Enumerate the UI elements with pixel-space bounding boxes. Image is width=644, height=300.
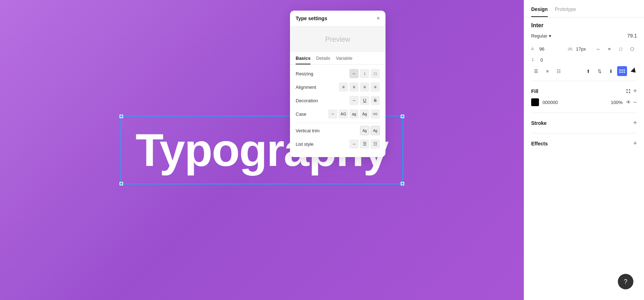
text-mid-align-icon[interactable]: ⇅ <box>594 66 604 76</box>
alignment-label: Alignment <box>296 85 324 90</box>
preview-text: Preview <box>325 35 350 44</box>
fill-visibility-icons: 👁 − <box>626 99 637 106</box>
divider-1 <box>296 123 380 123</box>
tabs-row: Basics Details Variable <box>290 52 385 65</box>
font-style-value: Regular <box>531 33 547 39</box>
resizing-label: Resizing <box>296 71 324 76</box>
tab-details[interactable]: Details <box>316 56 330 64</box>
text-align-left-icon[interactable]: ☰ <box>531 66 541 76</box>
stroke-header: Stroke + <box>531 119 637 127</box>
text-align-center-icon[interactable]: ≡ <box>604 44 614 54</box>
preview-area: Preview <box>290 27 385 52</box>
decoration-underline[interactable]: U <box>360 96 369 105</box>
list-style-controls: – ☰ ☷ <box>349 139 380 149</box>
close-button[interactable]: × <box>377 16 380 21</box>
fill-row: 000000 100% 👁 − <box>531 98 637 106</box>
font-style-chevron: ▾ <box>549 33 551 39</box>
auto-sizing-icons: ↔ ≡ □ ⬡ <box>593 44 637 54</box>
fill-header: Fill + <box>531 87 637 95</box>
drag-dots <box>619 69 625 73</box>
vertical-trim-label: Vertical trim <box>296 128 324 133</box>
list-none[interactable]: – <box>349 139 359 149</box>
letter-spacing-value[interactable]: 17px <box>576 46 590 52</box>
font-style-row: Regular ▾ 79.1 <box>524 31 644 42</box>
resizing-row: Resizing ↔ ↕ □ <box>296 69 380 78</box>
corner-handle-br[interactable] <box>401 182 404 185</box>
decoration-label: Decoration <box>296 98 324 103</box>
help-button[interactable]: ? <box>618 274 633 289</box>
case-small-caps[interactable]: AG <box>371 109 380 119</box>
case-lower[interactable]: ag <box>349 109 359 119</box>
resize-frame-icon[interactable]: □ <box>616 44 626 54</box>
stroke-section: Stroke + <box>524 116 644 130</box>
vertical-trim-controls: Ag Ag <box>360 126 380 135</box>
effects-header: Effects + <box>531 140 637 147</box>
stroke-add-button[interactable]: + <box>633 119 637 127</box>
decoration-strikethrough[interactable]: S <box>371 96 380 105</box>
panel-header: Type settings × <box>290 11 385 27</box>
fill-color-swatch[interactable] <box>531 98 539 106</box>
effects-add-button[interactable]: + <box>633 140 637 147</box>
fill-section: Fill + 000000 100% 👁 − <box>524 84 644 110</box>
fill-add-button[interactable]: + <box>633 87 637 95</box>
tab-prototype[interactable]: Prototype <box>555 6 576 17</box>
hexagon-icon[interactable]: ⬡ <box>627 44 637 54</box>
baseline-shift-row: ↧ 0 <box>524 56 644 64</box>
fill-opacity[interactable]: 100% <box>611 100 622 105</box>
font-size-value[interactable]: 79.1 <box>627 33 637 39</box>
text-top-align-icon[interactable]: ⬆ <box>583 66 593 76</box>
align-left[interactable]: ≡ <box>339 82 348 92</box>
section-divider-1 <box>531 81 637 81</box>
line-height-value[interactable]: 96 <box>539 46 553 52</box>
canvas-area: Typography Type settings × Preview Basic… <box>0 0 524 300</box>
corner-handle-bl[interactable] <box>120 182 123 185</box>
case-title[interactable]: Ag <box>360 109 369 119</box>
list-style-label: List style <box>296 142 324 147</box>
case-none[interactable]: – <box>328 109 337 119</box>
tab-basics[interactable]: Basics <box>296 56 311 64</box>
resizing-auto-height[interactable]: ↕ <box>360 69 369 78</box>
align-right[interactable]: ≡ <box>360 82 369 92</box>
fill-color-hex[interactable]: 000000 <box>543 100 607 105</box>
align-center[interactable]: ≡ <box>349 82 359 92</box>
font-name[interactable]: Inter <box>524 17 644 31</box>
section-divider-3 <box>531 133 637 133</box>
text-align-row: ☰ ≡ ☷ ⬆ ⇅ ⬇ <box>524 64 644 78</box>
vertical-trim-cap[interactable]: Ag <box>371 126 380 135</box>
case-label: Case <box>296 111 324 117</box>
stroke-label: Stroke <box>531 120 547 126</box>
list-ordered[interactable]: ☷ <box>371 139 380 149</box>
tab-design[interactable]: Design <box>531 6 548 17</box>
fill-actions: + <box>626 87 637 95</box>
vertical-trim-row: Vertical trim Ag Ag <box>296 126 380 135</box>
corner-handle-tr[interactable] <box>401 115 404 118</box>
tab-variable[interactable]: Variable <box>336 56 353 64</box>
align-justify[interactable]: ≡ <box>371 82 380 92</box>
case-upper[interactable]: AG <box>339 109 348 119</box>
alignment-row: Alignment ≡ ≡ ≡ ≡ <box>296 82 380 92</box>
case-row: Case – AG ag Ag AG <box>296 109 380 119</box>
effects-label: Effects <box>531 141 548 146</box>
fill-eye-icon[interactable]: 👁 <box>626 99 631 105</box>
design-panel: Design Prototype Inter Regular ▾ 79.1 A … <box>524 0 644 300</box>
resize-horizontal-icon[interactable]: ↔ <box>593 44 603 54</box>
baseline-shift-value[interactable]: 0 <box>540 57 558 63</box>
font-style-selector[interactable]: Regular ▾ <box>531 33 551 39</box>
decoration-none[interactable]: – <box>349 96 359 105</box>
vertical-trim-none[interactable]: Ag <box>360 126 369 135</box>
list-unordered[interactable]: ☰ <box>360 139 369 149</box>
corner-handle-tl[interactable] <box>120 115 123 118</box>
text-align-right-icon[interactable]: ☷ <box>554 66 564 76</box>
resizing-auto-width[interactable]: ↔ <box>349 69 359 78</box>
resizing-fixed[interactable]: □ <box>371 69 380 78</box>
fill-minus-icon[interactable]: − <box>633 99 637 106</box>
fill-grid-icon[interactable] <box>626 89 630 93</box>
design-header: Design Prototype <box>524 0 644 17</box>
text-align-center-icon2[interactable]: ≡ <box>543 66 552 76</box>
decoration-row: Decoration – U S <box>296 96 380 105</box>
list-style-row: List style – ☰ ☷ <box>296 139 380 149</box>
text-bottom-align-icon[interactable]: ⬇ <box>606 66 616 76</box>
panel-content: Resizing ↔ ↕ □ Alignment ≡ ≡ ≡ ≡ D <box>290 65 385 157</box>
more-options-icon[interactable] <box>617 66 627 76</box>
cursor-area <box>630 69 637 73</box>
